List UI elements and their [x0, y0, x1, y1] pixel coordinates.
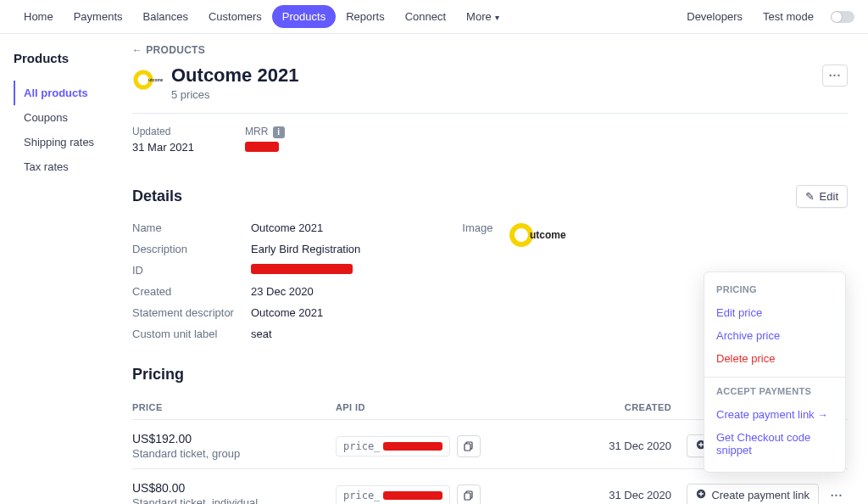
nav-more[interactable]: More▾ [456, 5, 509, 28]
sidebar-item-all-products[interactable]: All products [14, 81, 132, 105]
sidebar-item-shipping-rates[interactable]: Shipping rates [14, 130, 132, 154]
product-more-button[interactable]: ··· [822, 64, 848, 87]
table-row: US$80.00 Standard ticket, individual pri… [132, 469, 848, 504]
test-mode-toggle[interactable] [831, 11, 854, 23]
detail-created-value: 23 Dec 2020 [251, 285, 360, 298]
svg-text:utcome: utcome [148, 77, 163, 82]
api-id-chip[interactable]: price_ [336, 485, 450, 505]
price-created: 31 Dec 2020 [576, 489, 678, 501]
sidebar-item-coupons[interactable]: Coupons [14, 105, 132, 130]
product-header: utcome Outcome 2021 5 prices ··· [132, 64, 848, 114]
product-logo: utcome [132, 64, 163, 95]
price-amount: US$192.00 [132, 432, 336, 445]
product-subtitle: 5 prices [171, 88, 298, 101]
detail-stmt-label: Statement descriptor [132, 306, 251, 319]
sidebar-item-tax-rates[interactable]: Tax rates [14, 154, 132, 179]
price-created: 31 Dec 2020 [576, 440, 678, 452]
detail-desc-value: Early Bird Registration [251, 243, 360, 255]
nav-test-mode: Test mode [753, 5, 824, 28]
col-price: PRICE [132, 402, 336, 412]
nav-products[interactable]: Products [272, 5, 336, 28]
edit-price-link[interactable]: Edit price [704, 301, 845, 324]
pricing-heading: Pricing [132, 366, 184, 384]
create-payment-link-link[interactable]: Create payment link→ [704, 403, 845, 426]
mrr-value [245, 142, 285, 154]
row-more-button[interactable]: ··· [826, 485, 848, 505]
popover-group-accept: ACCEPT PAYMENTS [704, 384, 845, 403]
back-link[interactable]: ←PRODUCTS [132, 44, 848, 56]
detail-created-label: Created [132, 285, 251, 298]
delete-price-link[interactable]: Delete price [704, 347, 845, 370]
svg-rect-8 [465, 493, 470, 500]
archive-price-link[interactable]: Archive price [704, 324, 845, 347]
nav-home[interactable]: Home [14, 5, 64, 28]
copy-button[interactable] [457, 435, 481, 457]
nav-connect[interactable]: Connect [395, 5, 456, 28]
detail-id-label: ID [132, 264, 251, 277]
sidebar-title: Products [14, 51, 132, 65]
updated-label: Updated [132, 126, 194, 137]
popover-group-pricing: PRICING [704, 283, 845, 301]
svg-point-2 [512, 226, 531, 244]
details-heading: Details [132, 188, 182, 205]
plus-circle-icon [696, 489, 706, 501]
info-icon[interactable]: i [273, 126, 285, 138]
col-created: CREATED [576, 402, 678, 412]
arrow-left-icon: ← [132, 44, 142, 56]
api-id-chip[interactable]: price_ [336, 436, 450, 456]
chevron-down-icon: ▾ [495, 13, 499, 22]
nav-payments[interactable]: Payments [64, 5, 133, 28]
nav-balances[interactable]: Balances [133, 5, 198, 28]
create-payment-link-button[interactable]: Create payment link [687, 484, 819, 504]
price-desc: Standard ticket, individual [132, 496, 336, 504]
detail-image-label: Image [462, 221, 492, 234]
detail-stmt-value: Outcome 2021 [251, 306, 360, 319]
sidebar: Products All products Coupons Shipping r… [0, 34, 132, 504]
product-title: Outcome 2021 [171, 64, 298, 87]
nav-developers[interactable]: Developers [676, 5, 753, 28]
detail-id-value [251, 264, 360, 277]
copy-button[interactable] [457, 484, 481, 505]
nav-reports[interactable]: Reports [336, 5, 395, 28]
detail-unit-value: seat [251, 328, 360, 340]
top-nav: Home Payments Balances Customers Product… [0, 0, 868, 34]
col-api: API ID [336, 402, 576, 412]
svg-text:utcome: utcome [530, 229, 566, 241]
edit-button[interactable]: ✎Edit [796, 185, 848, 208]
row-actions-popover: PRICING Edit price Archive price Delete … [704, 272, 846, 473]
price-desc: Standard ticket, group [132, 447, 336, 460]
updated-value: 31 Mar 2021 [132, 141, 194, 154]
mrr-label: MRR i [245, 126, 285, 138]
arrow-right-icon: → [818, 409, 828, 421]
detail-desc-label: Description [132, 243, 251, 255]
detail-unit-label: Custom unit label [132, 328, 251, 340]
checkout-snippet-link[interactable]: Get Checkout code snippet [704, 426, 845, 462]
detail-name-value: Outcome 2021 [251, 221, 360, 234]
pencil-icon: ✎ [805, 190, 815, 203]
detail-image: utcome [509, 221, 586, 251]
svg-rect-5 [465, 444, 470, 451]
price-amount: US$80.00 [132, 481, 336, 495]
nav-customers[interactable]: Customers [198, 5, 272, 28]
detail-name-label: Name [132, 221, 251, 234]
